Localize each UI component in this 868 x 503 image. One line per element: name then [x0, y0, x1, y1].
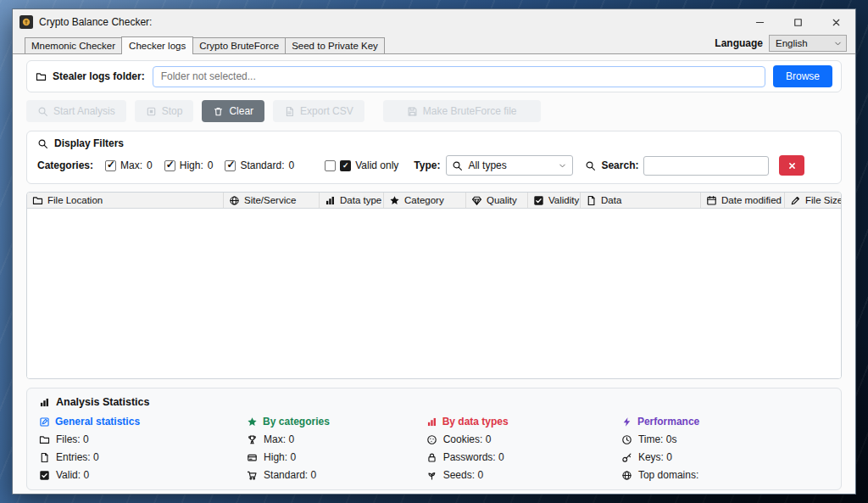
- stats-group-categories: By categories Max: 0 High: 0 Standard: 0: [247, 416, 426, 481]
- clear-label: Clear: [229, 105, 253, 117]
- search-icon: [37, 106, 48, 117]
- filter-valid-only[interactable]: ✓ Valid only: [325, 159, 398, 171]
- maximize-button[interactable]: [779, 9, 817, 35]
- gem-icon: [471, 195, 482, 206]
- tab-strip: Mnemonic Checker Checker logs Crypto Bru…: [13, 35, 855, 53]
- high-count: 0: [208, 159, 214, 171]
- standard-label: Standard:: [240, 159, 284, 171]
- tab-checker-logs[interactable]: Checker logs: [121, 36, 193, 54]
- column-data[interactable]: Data: [581, 193, 701, 208]
- stats-group-data-types: By data types Cookies: 0 Passwords: 0 Se…: [426, 416, 621, 481]
- column-site-service[interactable]: Site/Service: [224, 193, 320, 208]
- title-bar: Crypto Balance Checker:: [13, 9, 855, 35]
- high-checkbox[interactable]: [164, 160, 175, 171]
- clear-button[interactable]: Clear: [202, 100, 264, 122]
- checked-box-icon: ✓: [340, 160, 351, 171]
- column-label: Data: [601, 195, 621, 205]
- folder-icon: [39, 434, 50, 445]
- column-label: Site/Service: [244, 195, 296, 205]
- key-icon: [621, 452, 632, 463]
- stat-passwords: Passwords: 0: [426, 451, 621, 463]
- high-label: High:: [180, 159, 203, 171]
- type-select[interactable]: All types: [446, 155, 573, 176]
- type-label: Type:: [414, 159, 440, 171]
- export-file-icon: [284, 106, 295, 117]
- window-title: Crypto Balance Checker:: [39, 16, 152, 28]
- stop-button[interactable]: Stop: [135, 100, 194, 122]
- make-bruteforce-file-button[interactable]: Make BruteForce file: [383, 100, 541, 122]
- stat-top-domains: Top domains:: [621, 469, 829, 481]
- seed-icon: [426, 470, 437, 481]
- star-icon: [247, 416, 258, 428]
- column-label: Category: [404, 195, 444, 205]
- globe-icon: [229, 195, 240, 206]
- stat-max: Max: 0: [247, 433, 426, 445]
- filter-standard[interactable]: Standard: 0: [225, 159, 294, 171]
- stats-group-performance: Performance Time: 0s Keys: 0 Top domains…: [621, 416, 829, 481]
- column-quality[interactable]: Quality: [466, 193, 528, 208]
- column-validity[interactable]: Validity: [528, 193, 581, 208]
- filter-high[interactable]: High: 0: [164, 159, 214, 171]
- folder-selection-panel: Stealer logs folder: Browse: [26, 60, 842, 92]
- group-title: By data types: [442, 416, 509, 428]
- max-checkbox[interactable]: [105, 160, 116, 171]
- language-selected-value: English: [776, 38, 808, 48]
- tab-seed-to-private-key[interactable]: Seed to Private Key: [285, 37, 385, 53]
- search-input[interactable]: [643, 156, 769, 176]
- group-title: General statistics: [55, 416, 140, 428]
- language-select[interactable]: English: [769, 35, 847, 52]
- search-label: Search:: [601, 159, 638, 171]
- stat-cookies: Cookies: 0: [426, 433, 621, 445]
- standard-count: 0: [288, 159, 294, 171]
- minimize-icon: [754, 17, 765, 28]
- valid-only-checkbox[interactable]: [325, 160, 336, 171]
- stats-group-general: General statistics Files: 0 Entries: 0 V…: [39, 416, 247, 481]
- column-file-location[interactable]: File Location: [27, 193, 224, 208]
- bar-chart-icon: [39, 397, 50, 408]
- file-icon: [586, 195, 597, 206]
- clipboard-edit-icon: [39, 416, 50, 428]
- column-file-size[interactable]: File Size: [785, 193, 841, 208]
- column-label: Validity: [548, 195, 579, 205]
- bar-chart-icon: [325, 195, 336, 206]
- trophy-icon: [247, 434, 258, 445]
- column-label: Quality: [487, 195, 517, 205]
- cart-icon: [247, 470, 258, 481]
- column-data-type[interactable]: Data type: [320, 193, 384, 208]
- start-analysis-button[interactable]: Start Analysis: [26, 100, 126, 122]
- folder-path-input[interactable]: [153, 66, 765, 87]
- stop-icon: [146, 106, 157, 117]
- column-label: Date modified: [721, 195, 782, 205]
- standard-checkbox[interactable]: [225, 160, 236, 171]
- folder-label: Stealer logs folder:: [53, 70, 145, 82]
- minimize-button[interactable]: [741, 9, 779, 35]
- filter-max[interactable]: Max: 0: [105, 159, 153, 171]
- app-icon: [19, 15, 33, 29]
- check-square-icon: [533, 195, 544, 206]
- chevron-down-icon: [833, 39, 843, 48]
- close-icon: [831, 17, 842, 28]
- tab-mnemonic-checker[interactable]: Mnemonic Checker: [25, 37, 122, 53]
- close-button[interactable]: [817, 9, 855, 35]
- calendar-icon: [706, 195, 717, 206]
- make-bruteforce-file-label: Make BruteForce file: [423, 105, 517, 117]
- search-icon: [37, 138, 48, 149]
- window-controls: [741, 9, 855, 35]
- stat-entries: Entries: 0: [39, 451, 247, 463]
- export-csv-button[interactable]: Export CSV: [273, 100, 364, 122]
- column-label: File Size: [805, 195, 841, 205]
- table-body-empty: [27, 209, 841, 378]
- column-date-modified[interactable]: Date modified: [701, 193, 785, 208]
- column-category[interactable]: Category: [384, 193, 466, 208]
- export-csv-label: Export CSV: [300, 105, 353, 117]
- trash-icon: [213, 106, 224, 117]
- stat-valid: Valid: 0: [39, 469, 247, 481]
- folder-icon: [32, 195, 43, 206]
- type-selected-value: All types: [468, 159, 506, 171]
- globe-icon: [621, 470, 632, 481]
- browse-button[interactable]: Browse: [773, 65, 832, 87]
- tab-crypto-bruteforce[interactable]: Crypto BruteForce: [192, 37, 286, 53]
- start-analysis-label: Start Analysis: [53, 105, 115, 117]
- chevron-down-icon: [558, 161, 567, 170]
- clear-search-button[interactable]: [779, 155, 804, 176]
